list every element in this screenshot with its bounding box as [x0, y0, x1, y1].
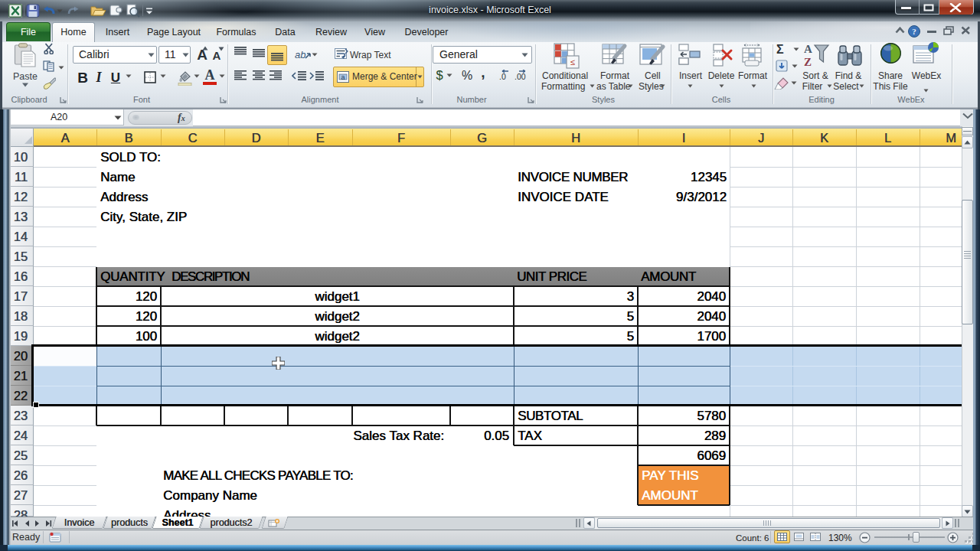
svg-text:Z: Z: [804, 56, 812, 68]
svg-text:≤: ≤: [570, 58, 576, 67]
svg-text:A: A: [804, 43, 812, 55]
svg-text:a: a: [341, 73, 345, 81]
svg-text:ab: ab: [295, 49, 305, 60]
svg-text:.0: .0: [499, 72, 506, 80]
svg-text:?: ?: [912, 27, 916, 36]
svg-text:.00: .00: [514, 72, 526, 80]
